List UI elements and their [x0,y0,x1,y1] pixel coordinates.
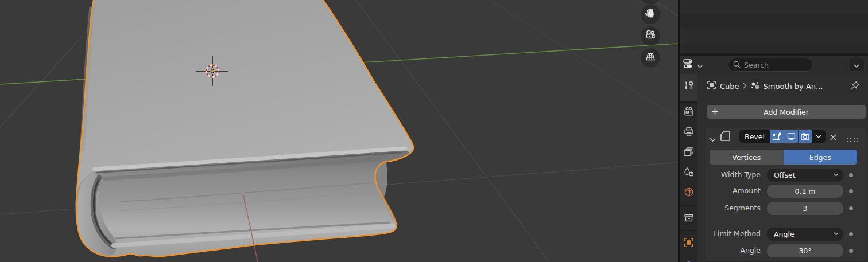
toggle-edit-mode-display[interactable] [770,130,784,143]
wrench-icon [684,260,694,262]
outliner-row[interactable] [680,44,868,53]
toggle-render-display[interactable] [799,130,812,143]
tab-collection[interactable] [680,209,698,229]
modifier-name-field[interactable]: Bevel [739,130,770,143]
chevron-down-icon [854,60,859,71]
chevron-down-icon [698,60,703,71]
tab-object[interactable] [680,234,698,253]
tab-render[interactable] [680,103,698,123]
viewport-3d[interactable] [0,0,678,262]
tab-world[interactable] [680,183,698,203]
camera-icon [801,132,809,141]
pan-gizmo-button[interactable] [641,5,660,24]
width-type-dropdown[interactable]: Offset [767,169,843,182]
chevron-down-icon [834,232,839,236]
node-group-icon [750,81,760,92]
grid-ortho-icon [645,51,656,65]
object-properties-icon [684,237,694,250]
chevron-right-icon [743,82,747,91]
field-label: Angle [705,246,761,255]
monitor-icon [787,132,796,141]
properties-tab-strip [680,74,698,262]
decorator-dot[interactable] [849,232,853,236]
tab-separator [680,230,698,231]
header-dropdown-button[interactable] [848,58,865,72]
render-camera-icon [684,107,694,119]
field-row-segments: Segments 3 [705,202,867,215]
camera-view-gizmo-button[interactable] [641,26,660,46]
editor-type-button[interactable] [683,57,707,72]
tab-output[interactable] [680,123,698,143]
outliner-row[interactable] [680,14,868,29]
field-row-limit-method: Limit Method Angle [705,228,867,241]
add-modifier-label: Add Modifier [764,108,809,116]
field-label: Segments [705,204,761,212]
edit-mode-icon [773,132,781,141]
pin-icon[interactable] [850,81,860,92]
decorator-dot[interactable] [849,173,853,177]
properties-header [680,56,868,74]
dropdown-value: Angle [774,230,795,238]
amount-number-field[interactable]: 0.1 m [767,185,843,198]
properties-editor-icon [683,59,696,71]
breadcrumb-object[interactable]: Cube [720,82,739,91]
modifier-header: Bevel [705,130,867,143]
field-row-angle: Angle 30° [705,244,867,257]
properties-content: Cube Smooth by An... [698,74,868,262]
dropdown-value: Offset [774,171,796,179]
expand-chevron-icon[interactable] [710,134,716,144]
bevel-modifier-icon [720,131,731,144]
angle-number-field[interactable]: 30° [767,244,843,257]
breadcrumb-modifier[interactable]: Smooth by An... [764,82,823,91]
field-row-width-type: Width Type Offset [705,169,867,182]
right-panel: Cube Smooth by An... [680,0,868,262]
tab-modifiers[interactable] [680,256,698,262]
camera-view-icon [645,29,656,43]
tab-scene[interactable] [680,163,698,183]
hand-icon [645,7,656,21]
view-layer-icon [684,147,694,159]
printer-icon [684,127,694,139]
viewport-canvas [0,0,678,262]
limit-method-dropdown[interactable]: Angle [767,228,843,241]
world-icon [684,187,694,200]
decorator-dot[interactable] [849,189,853,193]
plus-icon [711,108,719,117]
breadcrumb: Cube Smooth by An... [698,79,868,93]
add-modifier-button[interactable]: Add Modifier [707,105,866,119]
segments-number-field[interactable]: 3 [767,202,843,215]
modifier-extras-dropdown[interactable] [812,130,826,143]
tab-separator [680,205,698,206]
outliner-row[interactable] [680,29,868,44]
search-input[interactable] [744,61,834,69]
outliner-row[interactable] [680,0,868,14]
collection-box-icon [684,213,694,225]
close-icon[interactable] [830,132,837,143]
tab-view-layer[interactable] [680,143,698,163]
tab-tool[interactable] [680,77,698,97]
perspective-grid-gizmo-button[interactable] [641,48,660,68]
chevron-down-icon [834,173,839,177]
search-icon [733,60,741,71]
object-data-icon [707,80,716,92]
affect-vertices-button[interactable]: Vertices [710,150,784,165]
scene-icon [684,167,694,179]
field-label: Amount [705,186,761,195]
field-label: Limit Method [705,229,761,238]
affect-edges-button[interactable]: Edges [784,150,858,165]
modifier-panel-bevel: Bevel [704,127,867,262]
tool-icon [684,81,694,93]
search-field[interactable] [728,58,813,72]
field-label: Width Type [705,170,761,179]
affect-segmented-control: Vertices Edges [710,150,857,165]
decorator-dot[interactable] [849,206,853,210]
field-row-amount: Amount 0.1 m [705,185,867,198]
toggle-realtime-display[interactable] [784,130,798,143]
drag-grip-icon[interactable] [846,134,859,145]
blender-window: Cube Smooth by An... [0,0,868,262]
tab-separator [680,101,698,103]
decorator-dot[interactable] [849,249,853,253]
